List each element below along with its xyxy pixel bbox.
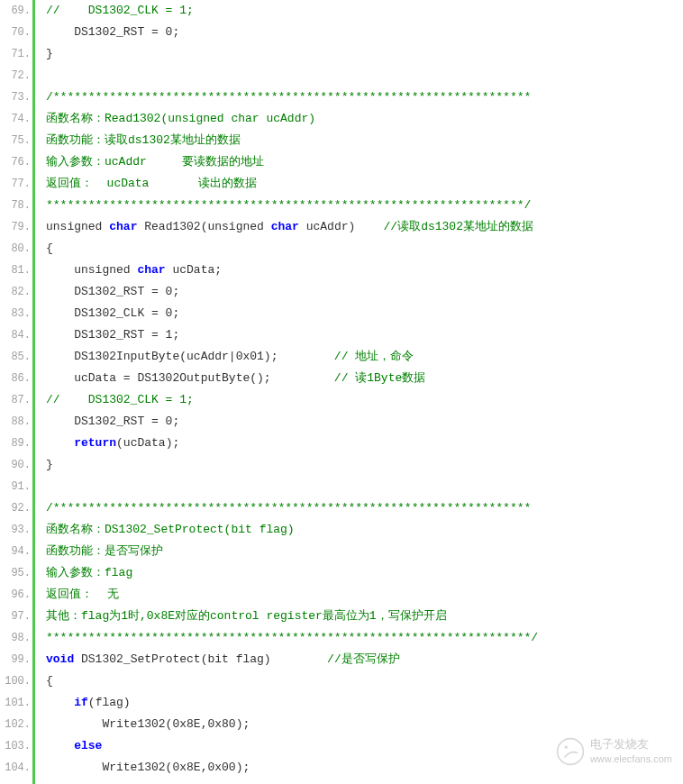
line-number: 70. [0,22,32,43]
code-area[interactable]: // DS1302_CLK = 1; DS1302_RST = 0;} /***… [35,0,683,784]
code-line[interactable]: DS1302_RST = 0; [46,22,683,43]
line-number: 85. [0,346,32,368]
line-number: 88. [0,411,32,433]
token-plain: Read1302(unsigned [137,220,270,233]
code-line[interactable]: 其他：flag为1时,0x8E对应的control register最高位为1，… [46,606,683,627]
line-number: 92. [0,497,32,519]
line-number: 84. [0,324,32,346]
code-line[interactable]: 函数功能：是否写保护 [46,541,683,562]
code-line[interactable]: unsigned char Read1302(unsigned char ucA… [46,216,683,238]
line-number: 71. [0,43,32,65]
code-line[interactable]: ****************************************… [46,195,683,216]
code-line[interactable]: 函数名称：DS1302_SetProtect(bit flag) [46,519,683,541]
code-line[interactable]: ****************************************… [46,627,683,649]
code-line[interactable]: 函数功能：读取ds1302某地址的数据 [46,130,683,151]
code-line[interactable] [46,65,683,87]
code-line[interactable]: { [46,238,683,260]
token-keyword: else [74,739,102,752]
token-keyword: return [74,436,116,450]
line-number: 98. [0,627,32,649]
code-line[interactable]: /***************************************… [46,87,683,108]
code-line[interactable]: 返回值： 无 [46,584,683,606]
token-plain [46,696,74,709]
token-keyword: if [74,696,88,709]
code-line[interactable]: unsigned char ucData; [46,260,683,281]
line-number: 83. [0,303,32,324]
token-plain: (flag) [88,696,131,709]
code-line[interactable]: } [46,454,683,476]
line-number: 90. [0,454,32,476]
token-comment: // DS1302_CLK = 1; [46,4,194,17]
token-plain: { [46,674,53,688]
token-plain: DS1302_RST = 1; [46,328,179,342]
line-number: 100. [0,670,32,692]
code-line[interactable]: 输入参数：ucAddr 要读数据的地址 [46,151,683,173]
token-keyword: char [271,220,299,233]
line-number: 102. [0,714,32,735]
token-plain: DS1302_SetProtect(bit flag) [74,652,327,666]
token-comment: 函数功能：是否写保护 [46,544,163,558]
code-line[interactable] [46,476,683,497]
code-line[interactable]: 返回值： ucData 读出的数据 [46,173,683,195]
token-plain: ucData = DS1302OutputByte(); [46,371,334,385]
token-keyword: char [137,263,165,277]
code-line[interactable]: } [46,43,683,65]
code-line[interactable]: void DS1302_SetProtect(bit flag) //是否写保护 [46,649,683,670]
code-line[interactable]: DS1302_RST = 0; [46,411,683,433]
code-line[interactable]: 函数名称：Read1302(unsigned char ucAddr) [46,108,683,130]
token-comment: ****************************************… [46,198,531,212]
code-line[interactable]: else [46,735,683,757]
token-comment: /***************************************… [46,501,531,515]
line-number: 104. [0,757,32,779]
token-plain: (ucData); [116,436,179,450]
line-number: 94. [0,541,32,562]
line-number: 77. [0,173,32,195]
code-line[interactable]: DS1302_CLK = 0; [46,303,683,324]
token-plain: ucData; [166,263,222,277]
line-number: 101. [0,692,32,714]
token-plain: DS1302_RST = 0; [46,285,179,298]
token-comment: //是否写保护 [327,652,400,666]
token-plain: DS1302_CLK = 0; [46,306,179,320]
line-number: 80. [0,238,32,260]
line-number: 89. [0,433,32,454]
code-line[interactable]: return(ucData); [46,433,683,454]
code-line[interactable]: { [46,670,683,692]
line-number: 82. [0,281,32,303]
token-keyword: void [46,652,74,666]
token-plain [46,739,74,752]
token-comment: 输入参数：ucAddr 要读数据的地址 [46,155,264,169]
line-number: 75. [0,130,32,151]
line-number: 93. [0,519,32,541]
code-line[interactable]: // DS1302_CLK = 1; [46,0,683,22]
token-plain: DS1302_RST = 0; [46,25,179,39]
code-line[interactable]: Write1302(0x8E,0x00); [46,757,683,779]
token-plain: DS1302_RST = 0; [46,415,179,428]
token-plain: } [46,47,53,60]
line-number: 79. [0,216,32,238]
token-comment: 输入参数：flag [46,566,132,579]
token-plain: Write1302(0x8E,0x00); [46,761,250,774]
line-number: 74. [0,108,32,130]
token-plain: } [46,458,53,471]
code-line[interactable]: Write1302(0x8E,0x80); [46,714,683,735]
line-number: 95. [0,562,32,584]
token-comment: 函数功能：读取ds1302某地址的数据 [46,133,241,147]
code-line[interactable]: DS1302InputByte(ucAddr|0x01); // 地址，命令 [46,346,683,368]
line-number: 96. [0,584,32,606]
code-editor: 69.70.71.72.73.74.75.76.77.78.79.80.81.8… [0,0,683,784]
token-plain: Write1302(0x8E,0x80); [46,717,250,731]
code-line[interactable]: /***************************************… [46,497,683,519]
code-line[interactable]: DS1302_RST = 0; [46,281,683,303]
line-number: 91. [0,476,32,497]
code-line[interactable]: if(flag) [46,692,683,714]
token-plain [46,436,74,450]
line-number: 86. [0,368,32,389]
line-number: 72. [0,65,32,87]
code-line[interactable]: DS1302_RST = 1; [46,324,683,346]
line-number: 87. [0,389,32,411]
code-line[interactable]: 输入参数：flag [46,562,683,584]
code-line[interactable]: ucData = DS1302OutputByte(); // 读1Byte数据 [46,368,683,389]
line-number: 78. [0,195,32,216]
code-line[interactable]: // DS1302_CLK = 1; [46,389,683,411]
